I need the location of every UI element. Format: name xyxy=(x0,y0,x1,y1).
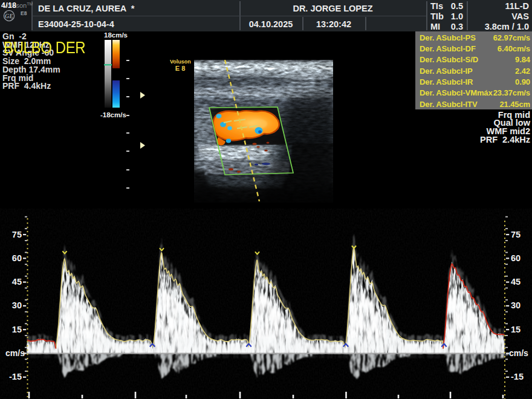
svg-text:GE: GE xyxy=(5,13,13,19)
